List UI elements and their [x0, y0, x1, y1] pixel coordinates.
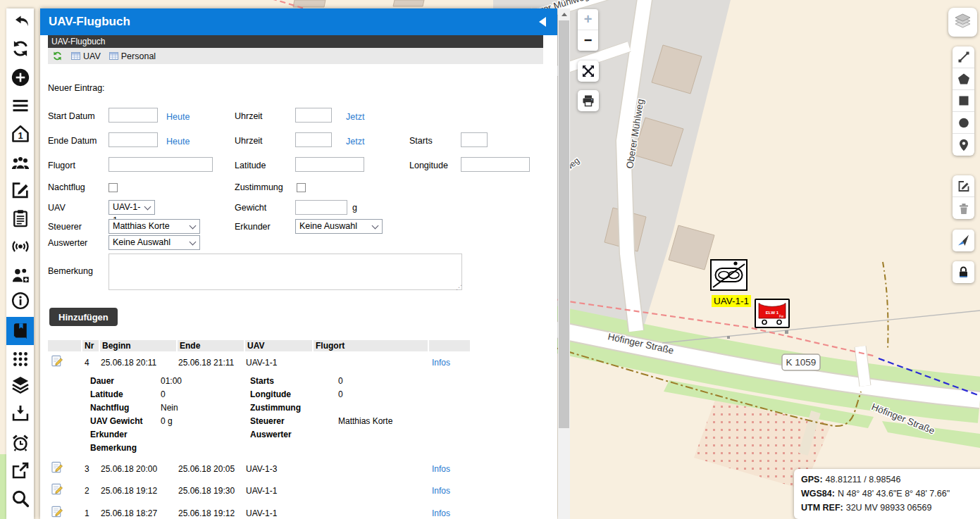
sidebar-item-import[interactable]: [6, 401, 34, 425]
circle-tool[interactable]: [953, 112, 974, 134]
sidebar-item-home[interactable]: 1: [6, 122, 34, 146]
flugbuch-panel: UAV-Flugbuch UAV-Flugbuch UAV: [40, 8, 557, 519]
locate-button[interactable]: [953, 230, 974, 251]
track-brown-2: [883, 262, 888, 350]
elw-symbol-icon: ELW 1 Fw: [756, 300, 788, 327]
marker-tool[interactable]: [953, 134, 974, 156]
uav-map-marker[interactable]: [710, 259, 748, 291]
auswerter-select[interactable]: Keine Auswahl: [108, 235, 200, 250]
infos-link[interactable]: Infos: [432, 464, 450, 474]
polygon-tool[interactable]: [953, 68, 974, 90]
sidebar-item-broadcast[interactable]: [6, 235, 34, 258]
ende-jetzt-link[interactable]: Jetzt: [346, 137, 364, 146]
edit-row-button[interactable]: [51, 355, 63, 367]
start-heute-link[interactable]: Heute: [166, 112, 190, 122]
edit-row-button[interactable]: [51, 461, 63, 473]
edit-feature-tool[interactable]: [953, 175, 974, 197]
panel-scrollbar[interactable]: [558, 8, 570, 519]
lock-icon: [956, 265, 971, 280]
toolbar-uav-button[interactable]: UAV: [71, 51, 101, 61]
latitude-input[interactable]: [295, 157, 364, 172]
erkunder-select[interactable]: Keine Auswahl: [295, 219, 383, 234]
delete-feature-tool[interactable]: [953, 197, 974, 219]
toolbar-personal-button[interactable]: Personal: [109, 51, 156, 61]
road-ref-badge: K 1059: [782, 354, 820, 370]
sidebar-item-apps[interactable]: [6, 347, 34, 371]
steuerer-label: Steuerer: [48, 222, 82, 232]
edit-row-button[interactable]: [51, 506, 63, 518]
sidebar-item-layers[interactable]: [6, 373, 34, 396]
start-jetzt-link[interactable]: Jetzt: [346, 112, 364, 122]
clipboard-icon: [11, 208, 30, 228]
sidebar-item-alarm[interactable]: [6, 431, 34, 455]
measure-line-tool[interactable]: [953, 46, 974, 68]
layer-switcher-button[interactable]: [948, 8, 977, 37]
sidebar-item-refresh[interactable]: [6, 37, 34, 61]
lock-button[interactable]: [953, 261, 974, 283]
longitude-input[interactable]: [461, 157, 530, 172]
start-datum-input[interactable]: [108, 108, 158, 123]
row-uav: UAV-1-1: [246, 508, 277, 518]
ende-uhrzeit-input[interactable]: [295, 132, 332, 147]
sidebar-item-search[interactable]: [6, 487, 34, 511]
steuerer-select[interactable]: Matthias Korte: [108, 219, 200, 234]
map-layers-icon: [953, 13, 972, 32]
infos-link[interactable]: Infos: [432, 358, 450, 368]
expand-arrows-icon: [581, 64, 595, 78]
detail-nachtflug-label: Nachtflug: [90, 403, 129, 413]
nachtflug-checkbox[interactable]: [108, 183, 118, 192]
sidebar-item-users[interactable]: [6, 151, 34, 175]
starts-input[interactable]: [461, 132, 488, 147]
detail-latitude-label: Latitude: [90, 389, 123, 399]
uav-select[interactable]: UAV-1-1: [108, 200, 155, 215]
sidebar-item-menu[interactable]: [6, 94, 34, 118]
sidebar-item-add-person[interactable]: [6, 263, 34, 287]
rectangle-tool[interactable]: [953, 90, 974, 112]
zoom-out-button[interactable]: −: [578, 30, 598, 51]
edit-entry-icon: [51, 355, 63, 367]
scrollbar-thumb[interactable]: [559, 20, 569, 428]
detail-starts-label: Starts: [250, 376, 274, 386]
uav-marker-label[interactable]: UAV-1-1: [712, 295, 751, 307]
sidebar-item-logbook[interactable]: [6, 317, 34, 345]
ende-heute-link[interactable]: Heute: [166, 137, 190, 146]
start-uhrzeit-label: Uhrzeit: [235, 111, 263, 121]
print-button[interactable]: [578, 90, 599, 111]
edit-row-button[interactable]: [51, 483, 63, 495]
gewicht-input[interactable]: [295, 200, 347, 215]
sidebar-item-clipboard[interactable]: [6, 206, 34, 230]
scrollbar-up-button[interactable]: [558, 8, 570, 20]
collapse-panel-icon[interactable]: [539, 17, 546, 27]
detail-auswerter-label: Auswerter: [250, 430, 292, 439]
ende-uhrzeit-label: Uhrzeit: [235, 136, 263, 146]
sidebar-item-add[interactable]: [6, 65, 34, 89]
bemerkung-textarea[interactable]: [108, 254, 462, 290]
row-ende: 25.06.18 20:05: [178, 464, 235, 474]
textarea-resize-grip[interactable]: ⋰: [456, 284, 462, 291]
ende-datum-input[interactable]: [108, 132, 158, 147]
erkunder-select-value: Keine Auswahl: [299, 221, 357, 231]
longitude-label: Longitude: [409, 161, 448, 170]
sidebar-item-info[interactable]: [6, 289, 34, 313]
infos-link[interactable]: Infos: [432, 486, 450, 496]
map-pin-icon: [957, 138, 971, 152]
square-icon: [957, 94, 971, 108]
start-uhrzeit-input[interactable]: [295, 108, 332, 123]
row-uav: UAV-1-1: [246, 486, 277, 496]
home-icon: 1: [11, 124, 30, 144]
menu-icon: [11, 96, 30, 115]
sidebar: 1: [6, 8, 34, 519]
zustimmung-checkbox[interactable]: [297, 183, 306, 192]
zoom-in-button[interactable]: +: [578, 9, 598, 30]
sidebar-item-edit[interactable]: [6, 178, 34, 202]
sidebar-item-back[interactable]: [6, 9, 34, 33]
flugort-input[interactable]: [108, 157, 213, 172]
sidebar-item-export[interactable]: [6, 458, 34, 482]
infos-link[interactable]: Infos: [432, 508, 450, 518]
breadcrumb: UAV-Flugbuch: [48, 35, 543, 48]
refresh-green-icon: [52, 51, 63, 61]
elw-map-marker[interactable]: ELW 1 Fw: [755, 299, 790, 328]
hinzufuegen-button[interactable]: Hinzufügen: [49, 308, 118, 326]
fullscreen-button[interactable]: [578, 61, 599, 82]
toolbar-refresh-button[interactable]: [52, 51, 63, 61]
